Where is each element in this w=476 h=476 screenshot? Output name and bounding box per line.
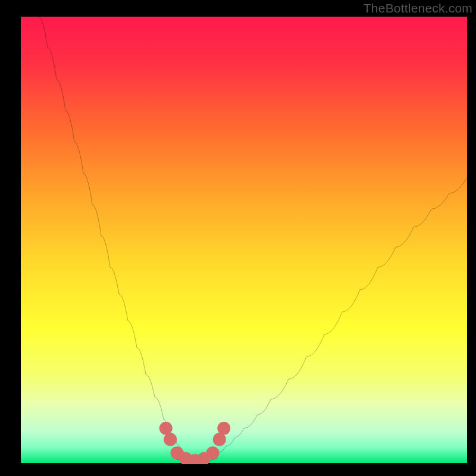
watermark-text: TheBottleneck.com (364, 1, 472, 15)
curve-right-curve (208, 178, 467, 459)
curve-left-curve (39, 17, 190, 459)
curve-layer (21, 17, 467, 464)
marker-point (159, 422, 173, 435)
marker-point (213, 433, 226, 446)
marker-point (164, 433, 177, 446)
marker-point (206, 446, 220, 459)
plot-area (21, 17, 467, 464)
marker-point (217, 422, 230, 435)
chart-frame: TheBottleneck.com (0, 0, 476, 476)
